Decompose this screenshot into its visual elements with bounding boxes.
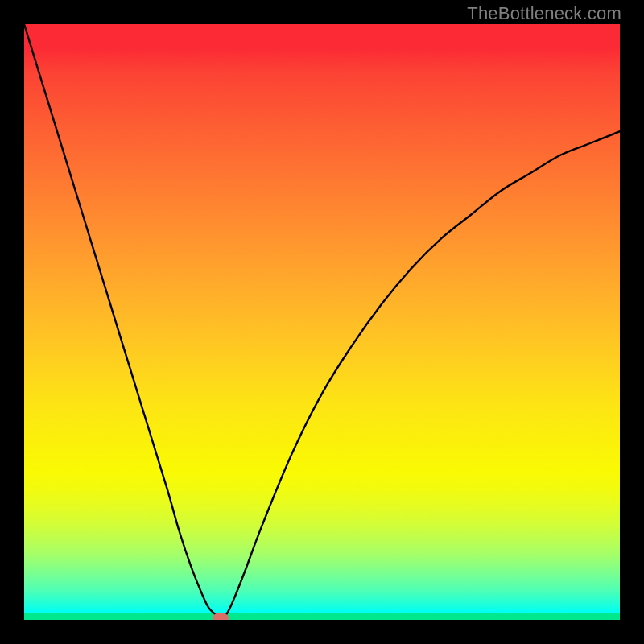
optimum-marker [213, 613, 229, 620]
plot-area [24, 24, 620, 620]
attribution-text: TheBottleneck.com [467, 3, 621, 24]
bottleneck-curve [24, 24, 620, 620]
chart-frame: TheBottleneck.com [0, 0, 644, 644]
